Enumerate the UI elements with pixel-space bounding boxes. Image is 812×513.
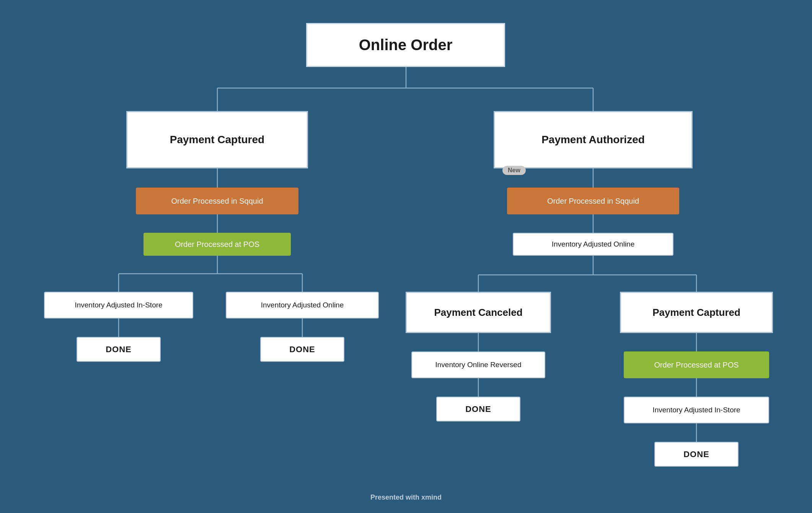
inventory-online-left-node: Inventory Adjusted Online (226, 292, 379, 319)
root-node: Online Order (306, 23, 505, 67)
inventory-adjusted-online-right-node: Inventory Adjusted Online (513, 233, 673, 256)
done-left-1-node: DONE (77, 337, 161, 362)
payment-canceled-node: Payment Canceled (406, 292, 551, 333)
payment-captured-right-node: Payment Captured (620, 292, 773, 333)
badge-new: New (502, 166, 526, 175)
order-processed-pos-left-node: Order Processed at POS (143, 233, 291, 256)
inventory-instore-right-node: Inventory Adjusted In-Store (624, 397, 769, 423)
footer: Presented with xmind (370, 493, 442, 502)
payment-authorized-node: Payment Authorized New (494, 111, 693, 168)
order-processed-sqquid-right-node: Order Processed in Sqquid (507, 188, 679, 214)
done-right-1-node: DONE (436, 397, 520, 422)
inventory-online-reversed-node: Inventory Online Reversed (411, 351, 545, 378)
payment-captured-left-node: Payment Captured (126, 111, 308, 168)
done-right-2-node: DONE (654, 442, 739, 467)
order-processed-pos-right-node: Order Processed at POS (624, 351, 769, 378)
order-processed-sqquid-left-node: Order Processed in Sqquid (136, 188, 298, 214)
inventory-instore-left-node: Inventory Adjusted In-Store (44, 292, 193, 319)
diagram-container: Online Order Payment Captured Order Proc… (0, 0, 812, 513)
connectors-svg (0, 0, 812, 513)
done-left-2-node: DONE (260, 337, 344, 362)
